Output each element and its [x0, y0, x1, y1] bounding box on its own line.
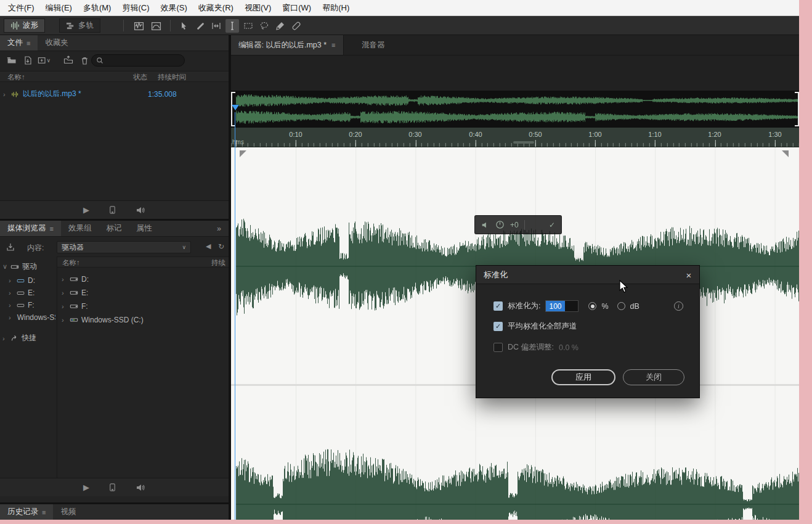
slip-tool-button[interactable] [209, 19, 223, 33]
razor-tool-button[interactable] [193, 19, 207, 33]
expand-chevron-icon[interactable]: › [62, 276, 67, 283]
tab-properties[interactable]: 属性 [129, 221, 159, 236]
dc-bias-checkbox[interactable] [493, 343, 503, 352]
apply-button[interactable]: 应用 [551, 369, 615, 385]
normalize-to-checkbox[interactable]: ✓ [493, 301, 503, 311]
expand-chevron-icon[interactable]: › [62, 303, 67, 310]
spot-healing-brush-tool-button[interactable] [290, 19, 303, 33]
normalize-all-channels-checkbox[interactable]: ✓ [493, 322, 503, 331]
tab-effects-rack[interactable]: 效果组 [61, 221, 99, 236]
gain-knob-icon[interactable] [495, 220, 505, 229]
overview-waveform-canvas[interactable] [231, 91, 799, 128]
paintbrush-selection-tool-button[interactable] [274, 19, 287, 33]
drive-row[interactable]: › D: [62, 275, 227, 284]
content-dropdown[interactable]: 驱动器 ∨ [57, 241, 191, 253]
close-button[interactable]: 关闭 [623, 369, 684, 385]
expand-chevron-icon[interactable]: › [9, 301, 14, 309]
back-button[interactable]: ◀ [206, 242, 211, 250]
drive-row[interactable]: › Windows-SSD (C:) [62, 316, 227, 324]
drive-row[interactable]: › E: [62, 289, 227, 297]
expand-chevron-icon[interactable]: › [2, 335, 7, 342]
corner-handle-icon[interactable] [240, 150, 246, 157]
tab-markers[interactable]: 标记 [99, 221, 129, 236]
panel-menu-icon[interactable]: ≡ [42, 509, 46, 516]
volume-hud[interactable]: +0 ✓ [474, 215, 562, 234]
panel-menu-icon[interactable]: ≡ [50, 225, 54, 232]
menu-window[interactable]: 窗口(W) [277, 0, 317, 16]
device-button[interactable] [108, 483, 117, 492]
expand-chevron-icon[interactable]: › [9, 314, 11, 321]
device-button[interactable] [108, 205, 117, 215]
tree-item-drive[interactable]: › D: [9, 276, 55, 285]
tab-video[interactable]: 视频 [53, 504, 83, 520]
expand-chevron-icon[interactable]: › [9, 289, 14, 297]
column-status[interactable]: 状态 [133, 73, 147, 82]
tab-overflow-button[interactable]: » [209, 221, 229, 236]
column-duration[interactable]: 持续时间 [158, 73, 186, 82]
auto-play-speaker-button[interactable] [136, 483, 145, 493]
waveform-display-button[interactable] [132, 19, 145, 33]
waveform-view-button[interactable]: 波形 [4, 18, 45, 33]
lasso-selection-tool-button[interactable] [258, 19, 271, 33]
delete-button[interactable] [78, 54, 91, 67]
tree-item-drive[interactable]: › E: [9, 289, 55, 297]
tab-favorites[interactable]: 收藏夹 [38, 35, 76, 51]
column-duration[interactable]: 持续 [211, 258, 225, 268]
playhead-marker[interactable] [232, 105, 239, 110]
panel-menu-icon[interactable]: ≡ [331, 41, 335, 49]
spectral-display-button[interactable] [149, 19, 163, 33]
hud-check-icon[interactable]: ✓ [549, 221, 555, 229]
dialog-title-bar[interactable]: 标准化 [476, 266, 699, 284]
files-search-input[interactable] [107, 57, 174, 64]
info-icon[interactable]: i [674, 301, 683, 311]
menu-effects[interactable]: 效果(S) [155, 0, 193, 16]
play-button[interactable]: ▶ [83, 205, 89, 215]
tree-item-drive[interactable]: › F: [9, 301, 55, 309]
playhead-line[interactable] [235, 112, 235, 520]
tab-history[interactable]: 历史记录 ≡ [0, 504, 53, 520]
expand-chevron-icon[interactable]: › [62, 289, 67, 297]
tree-item-shortcuts[interactable]: › 快捷 [2, 333, 55, 343]
move-tool-button[interactable] [177, 19, 191, 33]
import-file-button[interactable] [21, 54, 35, 67]
menu-edit[interactable]: 编辑(E) [40, 0, 78, 16]
expand-chevron-icon[interactable]: › [3, 91, 8, 98]
media-import-button[interactable] [62, 54, 75, 67]
dialog-close-button[interactable]: × [678, 266, 699, 284]
timeline-ruler[interactable]: hms 0:10 0:20 0:30 0:40 0:50 1:00 1:10 1… [231, 128, 799, 147]
time-selection-tool-button[interactable] [225, 19, 239, 33]
tab-editor[interactable]: 编辑器: 以后的以后.mp3 * ≡ [231, 35, 344, 55]
menu-clip[interactable]: 剪辑(C) [116, 0, 155, 16]
tree-list-divider[interactable] [57, 256, 57, 478]
file-row[interactable]: › 以后的以后.mp3 * 1:35.008 [0, 88, 229, 100]
auto-play-speaker-button[interactable] [136, 205, 145, 215]
menu-help[interactable]: 帮助(H) [317, 0, 355, 16]
hud-gain-value[interactable]: +0 [510, 221, 519, 229]
menu-multitrack[interactable]: 多轨(M) [78, 0, 117, 16]
column-name[interactable]: 名称↑ [7, 73, 25, 82]
collapse-icon[interactable]: ∨ [2, 263, 7, 271]
tab-mixer[interactable]: 混音器 [354, 35, 392, 55]
column-name[interactable]: 名称↑ [62, 258, 80, 268]
normalize-value-input[interactable]: 100 [545, 300, 579, 312]
open-folder-button[interactable] [5, 54, 18, 67]
tab-media-browser[interactable]: 媒体浏览器 ≡ [0, 221, 61, 236]
menu-favorites[interactable]: 收藏夹(R) [193, 0, 239, 16]
play-button[interactable]: ▶ [83, 483, 89, 492]
overview-strip[interactable] [231, 91, 799, 128]
media-list-header[interactable]: 名称↑ 持续 [57, 256, 229, 268]
panel-menu-icon[interactable]: ≡ [26, 39, 30, 47]
expand-chevron-icon[interactable]: › [9, 277, 14, 284]
import-media-button[interactable] [4, 241, 17, 253]
drive-row[interactable]: › F: [62, 302, 227, 311]
db-radio[interactable] [617, 302, 625, 310]
tab-files[interactable]: 文件 ≡ [0, 35, 38, 51]
corner-handle-icon[interactable] [782, 150, 789, 157]
expand-chevron-icon[interactable]: › [62, 316, 67, 324]
menu-view[interactable]: 视图(V) [239, 0, 277, 16]
tree-item-drives[interactable]: ∨ 驱动 [2, 261, 55, 272]
new-item-button[interactable]: ∨ [37, 54, 51, 67]
files-search-box[interactable] [91, 54, 185, 67]
refresh-button[interactable]: ↻ [218, 242, 224, 251]
menu-file[interactable]: 文件(F) [2, 0, 40, 16]
